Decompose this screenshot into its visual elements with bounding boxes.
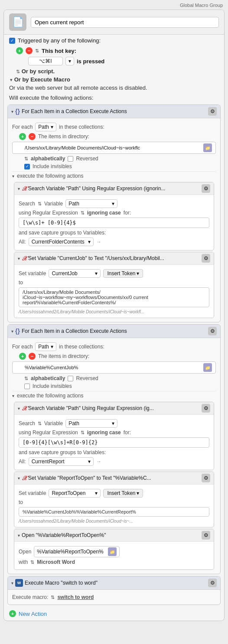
block1-plus[interactable]: + [19,133,26,140]
block1-for-each-label: For each [12,124,33,130]
block1-arrow-right: → [96,239,101,245]
new-action-row: + New Action [4,607,224,621]
block2-gear[interactable]: ⚙ [208,327,217,335]
block2-header: ▾ {} For Each Item in a Collection Execu… [8,325,220,338]
block2-vars-row: All: CurrentReport ▾ → [19,457,209,466]
minus-icon[interactable]: − [26,47,33,54]
block2-reversed-label: Reversed [76,375,98,381]
block1-gear[interactable]: ⚙ [208,107,217,116]
block2-preview: /Users/rossahmed2/Library/Mobile Documen… [19,518,209,524]
plus-icon[interactable]: + [16,47,23,54]
block2-search-label: Search [19,420,35,426]
block1-set-var-select[interactable]: CurrentJob ▾ [49,269,101,278]
block1-vars-row: All: CurrentFolderContents ▾ → [19,237,209,246]
curly-icon1: {} [15,108,20,115]
block1-all-label: All: [19,239,26,245]
collapse-arrow6[interactable]: ▾ [11,329,13,334]
trigger-checkbox[interactable]: ✓ [9,38,15,44]
block1-for-label: for: [124,210,131,216]
collapse-arrow8[interactable]: ▾ [18,406,20,411]
block1-var-select[interactable]: CurrentFolderContents ▾ [29,237,94,246]
or-web-row: Or via the web server but all remote acc… [4,84,224,92]
sort-icon8: ⇅ [30,559,34,565]
block2-plus[interactable]: + [19,353,26,360]
block2-with-value: Microsoft Word [37,559,75,565]
block1-to-value[interactable]: /Users/xx/Library/Mobile Documents/ iClo… [19,287,209,307]
or-by-execute-label[interactable]: Or by Execute Macro [14,76,70,83]
x-icon3: 𝒳 [22,405,26,412]
hotkey-condition-select[interactable]: ▾ [65,57,74,65]
block2-minus[interactable]: − [29,353,36,360]
block1-sort-label[interactable]: alphabetically [31,156,65,162]
block1-minus[interactable]: − [29,133,36,140]
collapse-arrow2[interactable]: ▾ [11,109,13,114]
block2-ignoring-case: ignoring case [87,429,121,436]
block1-insert-token[interactable]: Insert Token ▾ [103,269,143,278]
block2-open-value-box[interactable]: %Variable%ReportToOpen% 📁 [34,546,119,557]
block2-header-text: For Each Item in a Collection Execute Ac… [22,328,127,334]
execute-macro-body: Execute macro: ⇅ switch to word [8,590,220,605]
block2-open-gear[interactable]: ⚙ [202,531,210,540]
block1-path-select[interactable]: Path ▾ [35,123,56,131]
block1-reversed-check[interactable] [68,156,73,162]
block2-invisibles-check[interactable] [24,384,30,389]
block1-set-label: Set variable [19,270,46,276]
block1-file-icon[interactable]: 📁 [203,143,212,152]
block2-open-body: Open %Variable%ReportToOpen% 📁 with ⇅ Mi… [14,542,214,569]
block2-insert-token[interactable]: Insert Token ▾ [103,489,143,498]
block1-header: ▾ {} For Each Item in a Collection Execu… [8,105,220,118]
block2-open-file-icon[interactable]: 📁 [108,547,117,556]
block1-search-var-select[interactable]: Path ▾ [65,199,117,208]
block2-for-each-label: For each [12,344,33,350]
collapse-arrow5[interactable]: ▾ [18,256,20,261]
execute-label: Execute macro: [12,594,48,600]
block1-set-gear[interactable]: ⚙ [202,254,210,263]
block2-for-label: for: [124,429,131,436]
block2-set-body: Set variable ReportToOpen ▾ Insert Token… [14,485,214,527]
block1-items-row: + − The items in directory: [12,133,216,140]
macro-title-input[interactable] [31,17,219,28]
collapse-arrow9[interactable]: ▾ [18,476,20,481]
trigger-row: ✓ Triggered by any of the following: [4,35,224,46]
block1-search-gear[interactable]: ⚙ [202,184,210,193]
block2-set-var-select[interactable]: ReportToOpen ▾ [49,489,101,498]
block2-to-value[interactable]: %Variable%CurrentJob%%Variable%CurrentRe… [19,507,209,517]
block1-save-label: and save capture groups to Variables: [19,230,106,236]
block1-invisibles-check[interactable]: ✓ [24,164,30,169]
execute-macro-value[interactable]: switch to word [57,594,94,600]
block2-search-var-select[interactable]: Path ▾ [65,419,117,428]
block1-using-regex-row: using Regular Expression ⇅ ignoring case… [19,210,209,216]
block1-regex-box[interactable]: [\w\s]+ [0-9]{4}$ [19,218,209,228]
block2-set-label: Set variable [19,490,46,496]
hotkey-value-row: ⌥⌘I ▾ is pressed [4,56,224,67]
collapse-arrow10[interactable]: ▾ [18,533,20,538]
new-action-label[interactable]: New Action [19,611,47,617]
block1-set-header: ▾ 𝒳 Set Variable "CurrentJob" to Text "/… [14,252,214,265]
collapse-arrow11[interactable]: ▾ [11,581,13,585]
or-by-script-label[interactable]: Or by script. [22,68,55,75]
block2-file-icon[interactable]: 📁 [203,363,212,372]
sort-icon9: ⇅ [51,595,55,600]
execute-macro-block: ▾ W Execute Macro "switch to word" ⚙ Exe… [7,576,221,605]
block2-var-select[interactable]: CurrentReport ▾ [29,457,94,466]
collapse-arrow7[interactable]: ▾ [12,394,14,398]
collapse-arrow3[interactable]: ▾ [12,174,14,179]
block2-sort-label[interactable]: alphabetically [31,375,65,381]
block1-sort-row: ⇅ alphabetically Reversed [12,156,216,162]
hotkey-value[interactable]: ⌥⌘I [28,57,63,65]
block1-header-text: For Each Item in a Collection Execute Ac… [22,108,127,114]
block2-set-gear[interactable]: ⚙ [202,474,210,482]
execute-macro-gear[interactable]: ⚙ [208,579,217,587]
sort-icon7: ⇅ [81,430,85,436]
block2-search-body: Search ⇅ Variable Path ▾ using Regular E… [14,415,214,470]
block2-path-select[interactable]: Path ▾ [35,342,56,351]
collapse-arrow4[interactable]: ▾ [18,186,20,191]
block2-variable-label: Variable [44,420,63,426]
will-execute-label: Will execute the following actions: [9,94,93,101]
block2-regex-box[interactable]: [0-9]{4}[\w\s]+R[0-9]{2} [19,437,209,448]
block2-execute-row: ▾ execute the following actions [12,391,216,400]
hotkey-section: + − ⇅ This hot key: [4,46,224,56]
block2-search-gear[interactable]: ⚙ [202,404,210,413]
execute-macro-row: Execute macro: ⇅ switch to word [12,594,216,600]
block2-reversed-check[interactable] [68,376,73,381]
